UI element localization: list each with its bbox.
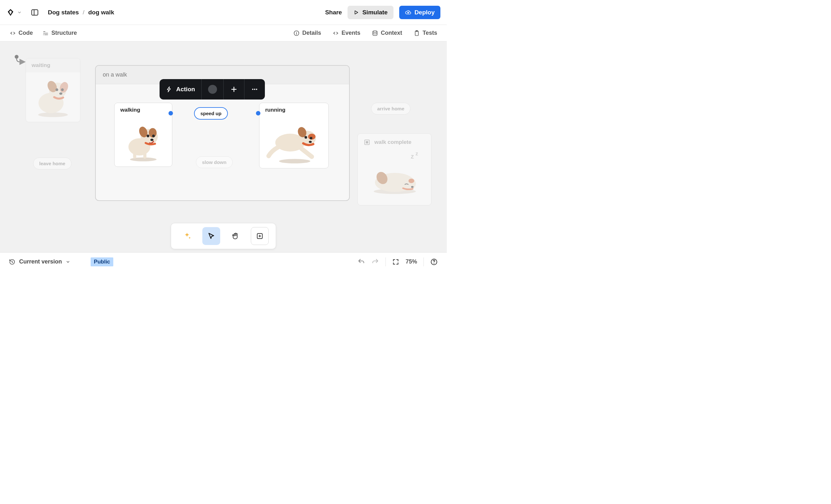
tab-structure-label: Structure [51,30,77,36]
tab-details[interactable]: Details [293,30,321,36]
cloud-upload-icon [405,9,411,16]
transition-leave-home-label: leave home [39,161,65,166]
svg-point-5 [373,31,377,32]
action-toolbar: Action [160,79,265,99]
breadcrumb-separator: / [83,9,84,16]
svg-point-16 [61,88,64,91]
breadcrumb: Dog states / dog walk [48,9,114,16]
redo-icon[interactable] [371,258,379,266]
clipboard-icon [413,30,420,36]
svg-point-33 [305,136,307,139]
state-waiting[interactable]: waiting [26,58,80,122]
tab-events-label: Events [341,30,360,36]
separator [385,258,386,266]
transition-speed-up-label: speed up [200,111,222,116]
svg-point-34 [310,137,312,139]
svg-point-24 [152,135,155,138]
transition-arrive-home[interactable]: arrive home [371,103,410,115]
svg-rect-27 [143,152,146,159]
help-icon[interactable] [430,258,438,266]
tabs-bar: Code Structure Details Events Context Te… [0,25,447,41]
selection-handle-start[interactable] [169,111,173,116]
tab-details-label: Details [302,30,321,36]
tool-rack [171,223,276,249]
action-toolbar-more[interactable] [245,79,265,99]
tool-select[interactable] [202,227,220,245]
svg-point-35 [309,141,312,143]
chevron-down-icon [66,260,70,264]
svg-point-51 [434,263,434,264]
tab-structure[interactable]: Structure [42,30,77,36]
visibility-badge[interactable]: Public [91,258,113,266]
transition-speed-up[interactable]: speed up [194,107,228,120]
tab-tests-label: Tests [423,30,437,36]
tab-events[interactable]: Events [333,30,360,36]
state-walking-illustration [115,117,172,167]
deploy-label: Deploy [414,9,435,16]
tab-context[interactable]: Context [372,30,402,36]
sparkle-icon [182,232,192,240]
selection-handle-end[interactable] [256,111,260,116]
transition-arrive-home-label: arrive home [377,106,404,111]
action-toolbar-action[interactable]: Action [160,79,202,99]
history-icon [9,259,15,265]
svg-point-4 [296,32,297,32]
logo-group[interactable] [6,8,22,17]
code-icon [9,30,16,36]
more-horizontal-icon [251,86,258,93]
svg-text:z: z [416,151,418,156]
action-toolbar-add[interactable] [224,79,245,99]
dog-walking-icon [119,120,167,163]
state-walk-complete[interactable]: walk complete z z [357,134,431,205]
plus-icon [230,86,238,93]
deploy-button[interactable]: Deploy [399,6,440,19]
svg-rect-37 [366,141,368,143]
svg-point-2 [43,34,44,35]
canvas[interactable]: waiting leave home on a walk walking [0,41,447,252]
state-walk-complete-label: walk complete [374,139,411,145]
state-walk-complete-illustration: z z [363,149,426,200]
state-walking-label: walking [115,103,172,117]
svg-point-45 [411,186,413,188]
svg-point-47 [254,89,255,90]
lightning-icon [166,86,172,92]
tab-tests[interactable]: Tests [413,30,437,36]
breadcrumb-project[interactable]: Dog states [48,9,79,16]
separator [424,258,424,266]
state-running[interactable]: running [259,103,329,169]
svg-point-44 [408,179,414,183]
svg-point-17 [59,92,62,95]
zoom-level[interactable]: 75% [406,258,417,265]
svg-point-10 [38,112,68,117]
state-running-illustration [259,117,328,168]
tool-hand[interactable] [227,227,245,245]
version-label: Current version [19,258,62,265]
state-waiting-illustration [26,72,80,122]
undo-icon[interactable] [357,258,365,266]
cursor-icon [207,232,216,240]
svg-point-25 [150,139,153,141]
simulate-button[interactable]: Simulate [347,6,393,19]
svg-rect-0 [32,9,38,15]
database-icon [372,30,378,36]
tool-ai[interactable] [178,227,196,245]
tool-add-state[interactable] [251,227,269,245]
share-button[interactable]: Share [325,9,342,16]
tab-code[interactable]: Code [9,30,33,36]
info-icon [293,30,300,36]
events-icon [333,30,339,36]
final-state-icon [364,139,371,146]
state-running-label: running [259,103,328,117]
transition-leave-home[interactable]: leave home [33,157,71,169]
status-bar: Current version Public 75% [0,252,447,271]
version-selector[interactable]: Current version [9,258,70,265]
fullscreen-icon[interactable] [392,258,399,265]
transition-slow-down[interactable]: slow down [196,156,233,168]
panel-toggle-icon[interactable] [31,8,39,17]
svg-point-23 [146,135,149,138]
breadcrumb-current[interactable]: dog walk [88,9,114,16]
state-walking[interactable]: walking [114,103,172,167]
action-toolbar-color[interactable] [202,79,224,99]
top-bar: Dog states / dog walk Share Simulate Dep… [0,0,447,25]
hand-icon [231,232,240,240]
